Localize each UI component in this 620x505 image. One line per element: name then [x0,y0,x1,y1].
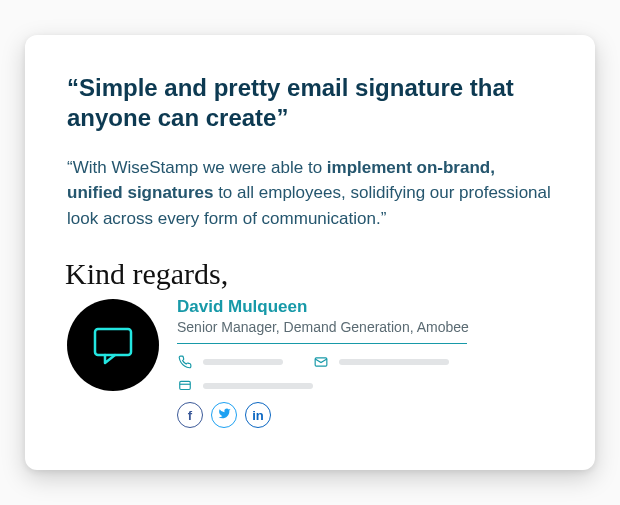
chat-bubble-icon [87,319,139,371]
signature-divider [177,343,467,344]
contact-rows [177,354,553,394]
signoff-handwriting: Kind regards, [65,259,553,289]
phone-icon [177,354,193,370]
linkedin-button[interactable]: in [245,402,271,428]
svg-rect-0 [95,329,131,355]
social-row: f in [177,402,553,428]
contact-row [177,378,553,394]
contact-placeholder [203,359,283,365]
website-icon [177,378,193,394]
contact-placeholder [339,359,449,365]
testimonial-headline: “Simple and pretty email signature that … [67,73,553,133]
facebook-icon: f [188,408,192,423]
quote-prefix: “With WiseStamp we were able to [67,158,327,177]
avatar [67,299,159,391]
facebook-button[interactable]: f [177,402,203,428]
testimonial-quote: “With WiseStamp we were able to implemen… [67,155,553,232]
signer-title: Senior Manager, Demand Generation, Amobe… [177,319,553,335]
signature-details: David Mulqueen Senior Manager, Demand Ge… [177,293,553,428]
linkedin-icon: in [252,408,264,423]
twitter-icon [218,407,231,423]
email-icon [313,354,329,370]
twitter-button[interactable] [211,402,237,428]
svg-rect-2 [180,382,191,390]
signer-name: David Mulqueen [177,297,553,317]
contact-row [177,354,553,370]
email-signature-block: David Mulqueen Senior Manager, Demand Ge… [67,293,553,428]
contact-placeholder [203,383,313,389]
testimonial-card: “Simple and pretty email signature that … [25,35,595,471]
